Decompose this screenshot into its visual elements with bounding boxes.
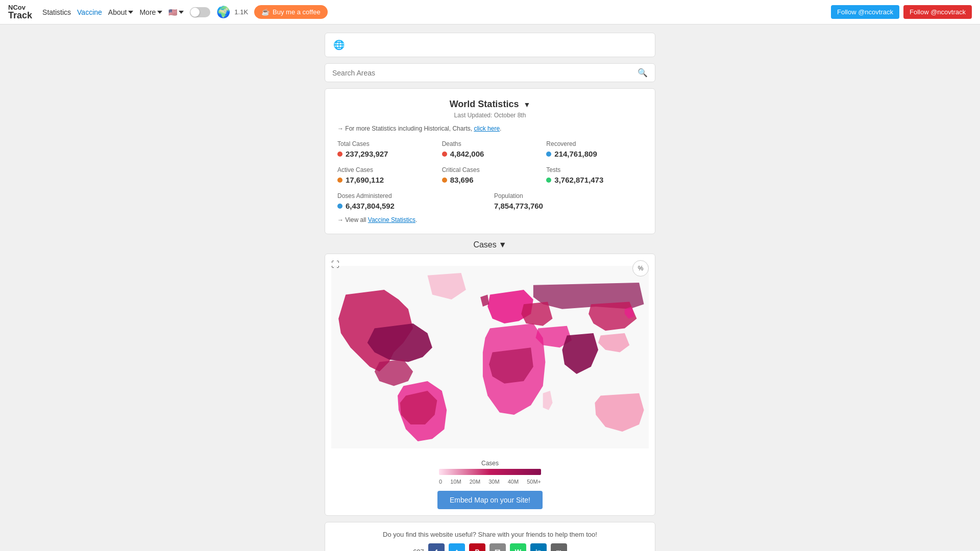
follower-count: 1.1K [234,8,248,16]
nav-vaccine[interactable]: Vaccine [77,8,102,16]
stat-doses: Doses Administered 6,437,804,592 [337,192,486,210]
dot-total-cases [337,152,342,157]
search-icon[interactable]: 🔍 [638,68,648,78]
dot-tests [546,178,551,183]
dot-critical [442,178,447,183]
brand-logo[interactable]: NCov Track [8,4,32,20]
messenger-share-button[interactable]: m [551,543,567,551]
stat-recovered: Recovered 214,761,809 [546,140,643,158]
percent-toggle[interactable]: % [632,260,649,277]
world-stats-card: World Statistics ▼ Last Updated: October… [325,88,655,234]
search-input[interactable] [332,69,638,77]
theme-toggle[interactable] [190,7,210,17]
embed-button[interactable]: Embed Map on your Site! [437,491,543,509]
share-text: Do you find this website useful? Share w… [333,531,647,538]
dot-active [337,178,342,183]
click-here-link[interactable]: click here [474,125,500,132]
vaccine-link-row: → View all Vaccine Statistics. [337,216,643,223]
map-legend: Cases 0 10M 20M 30M 40M 50M+ [331,460,649,485]
search-bar: 🔍 [325,63,655,82]
dot-doses [337,204,342,209]
share-count: 607 [413,548,424,552]
stat-active: Active Cases 17,690,112 [337,166,434,184]
cases-header[interactable]: Cases ▼ [325,240,655,249]
stats-dropdown-icon[interactable]: ▼ [523,101,530,109]
flag-selector[interactable]: 🇺🇸 [168,8,184,16]
whatsapp-share-button[interactable]: W [510,543,526,551]
stats-more-text: → For more Statistics including Historic… [337,125,643,132]
stat-population: Population 7,854,773,760 [494,192,643,210]
dot-deaths [442,152,447,157]
follow-twitter-button[interactable]: Follow @ncovtrack [831,5,899,19]
stats-grid-2: Doses Administered 6,437,804,592 Populat… [337,192,643,210]
expand-icon[interactable]: ⛶ [331,260,339,269]
world-map [331,260,649,454]
pinterest-share-button[interactable]: P [469,543,485,551]
navbar: NCov Track Statistics Vaccine About More… [0,0,980,24]
stats-grid: Total Cases 237,293,927 Deaths 4,842,006… [337,140,643,184]
vaccine-statistics-link[interactable]: Vaccine Statistics [368,216,415,223]
stats-updated: Last Updated: October 8th [337,112,643,119]
twitter-share-button[interactable]: t [449,543,465,551]
legend-labels: 0 10M 20M 30M 40M 50M+ [439,479,541,485]
legend-gradient [439,469,541,475]
brand-track: Track [8,11,32,20]
nav-about[interactable]: About [108,8,134,16]
nav-more[interactable]: More [139,8,162,16]
share-card: Do you find this website useful? Share w… [325,522,655,551]
share-icons: 607 f t P ✉ W in m [333,543,647,551]
globe-bar: 🌐 [325,33,655,57]
email-share-button[interactable]: ✉ [489,543,506,551]
globe-icon: 🌐 [333,39,345,51]
earth-icon: 🌍 [216,6,230,19]
nav-statistics[interactable]: Statistics [42,8,71,16]
dot-recovered [546,152,551,157]
stat-total-cases: Total Cases 237,293,927 [337,140,434,158]
cases-dropdown-icon: ▼ [499,240,507,249]
stat-critical: Critical Cases 83,696 [442,166,538,184]
follow-red-button[interactable]: Follow @ncovtrack [903,5,972,19]
facebook-share-button[interactable]: f [428,543,445,551]
stat-deaths: Deaths 4,842,006 [442,140,538,158]
map-legend-title: Cases [331,460,649,467]
stat-tests: Tests 3,762,871,473 [546,166,643,184]
linkedin-share-button[interactable]: in [530,543,547,551]
main-content: 🌐 🔍 World Statistics ▼ Last Updated: Oct… [316,24,664,551]
stats-title: World Statistics ▼ [337,99,643,110]
map-card: ⛶ % [325,254,655,516]
coffee-button[interactable]: ☕ Buy me a coffee [254,5,328,19]
